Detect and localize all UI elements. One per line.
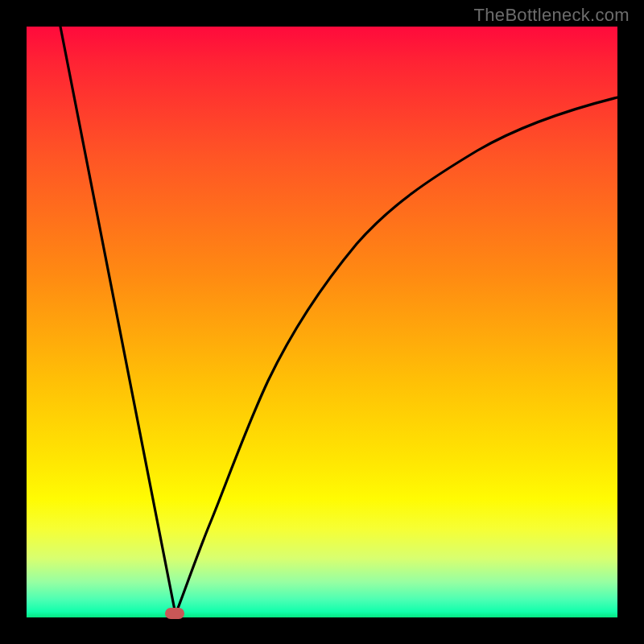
plot-area [27, 27, 617, 617]
bottleneck-curve [27, 27, 617, 617]
chart-frame: TheBottleneck.com [0, 0, 644, 644]
cusp-marker [165, 608, 184, 619]
watermark-text: TheBottleneck.com [474, 5, 630, 26]
curve-right-leg [175, 97, 617, 614]
curve-left-leg [60, 27, 175, 614]
